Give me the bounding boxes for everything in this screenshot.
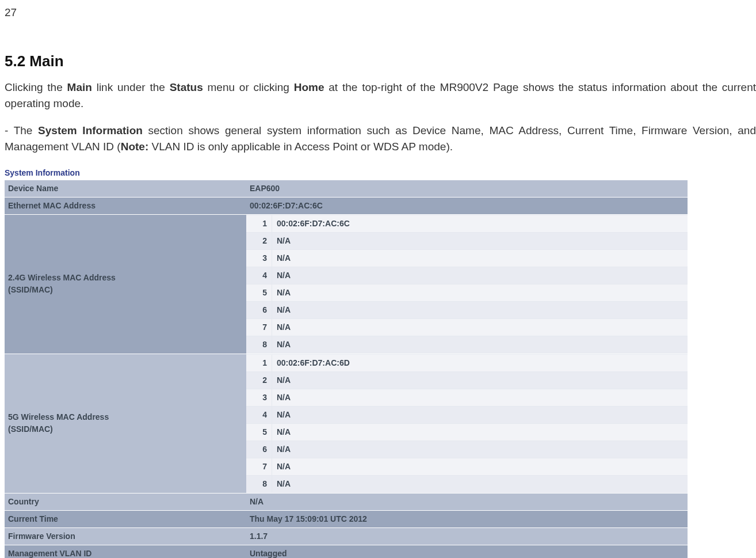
list-item: 100:02:6F:D7:AC:6D [246,354,688,371]
list-item-value: N/A [272,336,688,353]
bold-status: Status [170,81,203,93]
label-line2: (SSID/MAC) [8,424,53,434]
intro-paragraph-1: Clicking the Main link under the Status … [5,79,756,112]
label-device-name: Device Name [5,180,246,198]
value-country: N/A [246,493,688,510]
list-item-value: N/A [272,249,688,267]
list-2-4g-mac: 100:02:6F:D7:AC:6C2N/A3N/A4N/A5N/A6N/A7N… [246,215,688,354]
list-item: 6N/A [246,441,688,458]
label-country: Country [5,493,246,510]
label-current-time: Current Time [5,510,246,527]
row-current-time: Current Time Thu May 17 15:09:01 UTC 201… [5,510,688,527]
list-item: 5N/A [246,284,688,301]
label-management-vlan-id: Management VLAN ID [5,545,246,558]
row-management-vlan-id: Management VLAN ID Untagged [5,545,688,558]
list-item-value: 00:02:6F:D7:AC:6D [272,354,688,371]
row-2-4g-wireless-mac: 2.4G Wireless MAC Address (SSID/MAC) 100… [5,214,688,354]
list-item-value: N/A [272,267,688,284]
row-device-name: Device Name EAP600 [5,180,688,198]
list-item-value: N/A [272,371,688,389]
list-item-index: 1 [246,354,272,371]
list-item: 100:02:6F:D7:AC:6C [246,215,688,232]
section-heading: 5.2 Main [5,50,756,73]
row-country: Country N/A [5,493,688,510]
list-item-index: 6 [246,441,272,458]
row-5g-wireless-mac: 5G Wireless MAC Address (SSID/MAC) 100:0… [5,354,688,493]
list-item-value: N/A [272,301,688,318]
list-item: 6N/A [246,301,688,318]
bold-home: Home [294,81,324,93]
list-item: 7N/A [246,318,688,336]
bold-note: Note: [121,141,149,153]
label-ethernet-mac: Ethernet MAC Address [5,197,246,214]
value-device-name: EAP600 [246,180,688,198]
list-item-index: 7 [246,318,272,336]
list-item-value: N/A [272,475,688,492]
text: - The [5,124,38,136]
value-management-vlan-id: Untagged [246,545,688,558]
intro-paragraph-2: - The System Information section shows g… [5,123,756,155]
list-item-index: 1 [246,215,272,232]
list-item-value: N/A [272,406,688,423]
row-ethernet-mac: Ethernet MAC Address 00:02:6F:D7:AC:6C [5,197,688,214]
list-item: 2N/A [246,371,688,389]
list-item-value: N/A [272,318,688,336]
bold-main: Main [67,81,92,93]
value-5g-wireless-mac: 100:02:6F:D7:AC:6D2N/A3N/A4N/A5N/A6N/A7N… [246,354,688,493]
list-item-index: 8 [246,336,272,353]
list-item-value: N/A [272,441,688,458]
list-item: 7N/A [246,458,688,475]
text: link under the [92,81,170,93]
list-item-value: N/A [272,284,688,301]
label-line2: (SSID/MAC) [8,285,53,294]
list-item: 8N/A [246,475,688,492]
page-number: 27 [5,5,756,21]
label-5g-wireless-mac: 5G Wireless MAC Address (SSID/MAC) [5,354,246,493]
system-information-screenshot: System Information Device Name EAP600 Et… [5,166,674,559]
bold-sysinfo: System Information [38,124,143,136]
text: menu or clicking [203,81,294,93]
list-5g-mac: 100:02:6F:D7:AC:6D2N/A3N/A4N/A5N/A6N/A7N… [246,354,688,493]
list-item: 3N/A [246,389,688,406]
row-firmware-version: Firmware Version 1.1.7 [5,527,688,545]
value-current-time: Thu May 17 15:09:01 UTC 2012 [246,510,688,527]
list-item: 5N/A [246,423,688,441]
label-line1: 2.4G Wireless MAC Address [8,273,116,282]
label-line1: 5G Wireless MAC Address [8,412,109,422]
list-item-value: N/A [272,458,688,475]
list-item-index: 8 [246,475,272,492]
system-information-table: Device Name EAP600 Ethernet MAC Address … [5,180,688,559]
list-2-4g-body: 100:02:6F:D7:AC:6C2N/A3N/A4N/A5N/A6N/A7N… [246,215,688,353]
list-item-value: N/A [272,389,688,406]
list-item: 2N/A [246,232,688,249]
list-item: 8N/A [246,336,688,353]
value-ethernet-mac: 00:02:6F:D7:AC:6C [246,197,688,214]
text: Clicking the [5,81,67,93]
value-firmware-version: 1.1.7 [246,527,688,545]
list-item-value: N/A [272,232,688,249]
list-item: 3N/A [246,249,688,267]
value-2-4g-wireless-mac: 100:02:6F:D7:AC:6C2N/A3N/A4N/A5N/A6N/A7N… [246,214,688,354]
list-item-index: 3 [246,249,272,267]
label-firmware-version: Firmware Version [5,527,246,545]
list-item-value: N/A [272,423,688,441]
list-item-index: 4 [246,267,272,284]
label-2-4g-wireless-mac: 2.4G Wireless MAC Address (SSID/MAC) [5,214,246,354]
list-item-index: 2 [246,232,272,249]
list-item: 4N/A [246,406,688,423]
system-information-title: System Information [5,166,674,180]
list-item-value: 00:02:6F:D7:AC:6C [272,215,688,232]
text: VLAN ID is only applicable in Access Poi… [148,141,453,153]
list-item-index: 2 [246,371,272,389]
list-item: 4N/A [246,267,688,284]
list-5g-body: 100:02:6F:D7:AC:6D2N/A3N/A4N/A5N/A6N/A7N… [246,354,688,492]
list-item-index: 5 [246,423,272,441]
list-item-index: 4 [246,406,272,423]
list-item-index: 6 [246,301,272,318]
list-item-index: 3 [246,389,272,406]
list-item-index: 7 [246,458,272,475]
list-item-index: 5 [246,284,272,301]
